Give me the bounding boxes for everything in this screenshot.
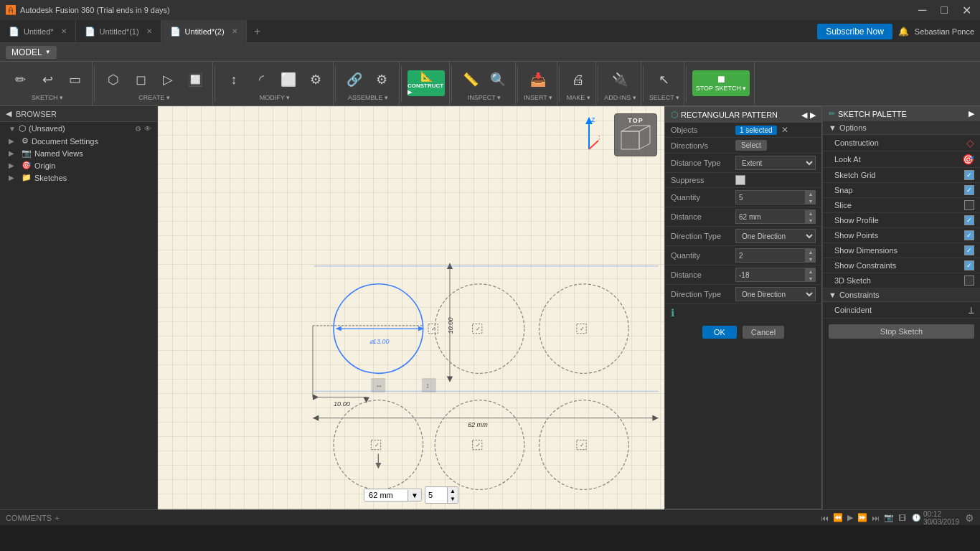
settings-icon[interactable]: ⚙ <box>135 125 141 133</box>
dist1-input[interactable] <box>735 209 806 224</box>
qty2-spinner: ▲ ▼ <box>806 248 816 263</box>
tab-1[interactable]: 📄 Untitled* ✕ <box>0 20 76 43</box>
dist1-down-btn[interactable]: ▼ <box>806 217 816 224</box>
qty2-down-btn[interactable]: ▼ <box>806 255 816 263</box>
move-handle[interactable]: ↕ <box>422 378 436 392</box>
create-hole-btn[interactable]: 🔲 <box>182 67 208 93</box>
slice-checkbox[interactable] <box>964 200 974 210</box>
direction-type2-select[interactable]: One Direction Symmetric <box>735 287 816 301</box>
tab-1-close[interactable]: ✕ <box>61 27 67 35</box>
play-next-btn[interactable]: ⏩ <box>857 513 867 522</box>
expand-icon[interactable]: ▶ <box>810 110 816 120</box>
close-btn[interactable]: ✕ <box>959 4 974 17</box>
measure-btn[interactable]: 📏 <box>458 67 484 93</box>
add-comment-btn[interactable]: + <box>55 514 59 522</box>
lookat-icon[interactable]: 🎯 <box>962 154 974 165</box>
stop-sketch-palette-btn[interactable]: Stop Sketch <box>829 324 974 339</box>
browser-item-sketches[interactable]: ▶ 📁 Sketches <box>0 171 157 184</box>
selected-badge[interactable]: 1 selected <box>735 126 777 135</box>
subscribe-btn[interactable]: Subscribe Now <box>817 24 892 39</box>
create-extrude-btn[interactable]: ▷ <box>155 67 181 93</box>
constraints-show-checkbox[interactable]: ✓ <box>964 260 974 270</box>
notification-icon[interactable]: 🔔 <box>898 27 909 37</box>
ok-button[interactable]: OK <box>702 326 737 339</box>
play-prev-btn[interactable]: ⏪ <box>833 513 843 522</box>
distance-input[interactable] <box>364 489 407 501</box>
qty1-up-btn[interactable]: ▲ <box>806 190 816 197</box>
dimensions-checkbox[interactable]: ✓ <box>964 245 974 255</box>
inspect-btn[interactable]: 🔍 <box>485 67 511 93</box>
sketch-bottom-toolbar: ▼ ▲ ▼ <box>364 486 458 504</box>
tab-3-close[interactable]: ✕ <box>232 27 237 35</box>
viewport-cube[interactable]: TOP <box>614 113 657 156</box>
move-handle2[interactable]: ↔ <box>371 378 385 392</box>
distance-type-select[interactable]: Extent Spacing <box>735 156 816 170</box>
fillet-btn[interactable]: ◜ <box>248 67 274 93</box>
qty-input[interactable] <box>425 489 447 501</box>
browser-item-views[interactable]: ▶ 📷 Named Views <box>0 147 157 159</box>
grid-checkbox[interactable]: ✓ <box>964 170 974 180</box>
canvas-area[interactable]: 10.00 10.00 62 mm ⌀13.00 ✓ <box>158 106 664 509</box>
offset-plane-btn[interactable]: 📐 CONSTRUCT ▶ <box>407 70 445 96</box>
svg-rect-44 <box>621 131 639 149</box>
shell-btn[interactable]: ⬜ <box>275 67 301 93</box>
maximize-btn[interactable]: □ <box>938 4 951 17</box>
assemble-btn[interactable]: 🔗 <box>341 67 367 93</box>
timeline-marker[interactable]: 🎞 <box>898 514 906 522</box>
cam-icon[interactable]: 📷 <box>884 513 894 522</box>
joint-btn[interactable]: ⚙ <box>369 67 395 93</box>
rect-sketch-btn[interactable]: ▭ <box>62 67 88 93</box>
qty-down-btn[interactable]: ▼ <box>447 495 458 503</box>
tab-2[interactable]: 📄 Untitled*(1) ✕ <box>76 20 161 43</box>
cancel-button[interactable]: Cancel <box>743 326 784 339</box>
browser-item-doc[interactable]: ▶ ⚙ Document Settings <box>0 135 157 147</box>
options-collapse-icon[interactable]: ▼ <box>829 123 837 132</box>
model-selector[interactable]: MODEL ▼ <box>6 46 57 59</box>
palette-expand-btn[interactable]: ▶ <box>969 109 974 118</box>
insert-btn[interactable]: 📥 <box>525 67 551 93</box>
create-cyl-btn[interactable]: ◻ <box>128 67 154 93</box>
suppress-checkbox[interactable]: ✓ <box>735 175 745 185</box>
select-btn[interactable]: ↖ <box>651 67 677 93</box>
distance-dropdown-btn[interactable]: ▼ <box>407 490 421 501</box>
profile-checkbox[interactable]: ✓ <box>964 215 974 225</box>
qty1-down-btn[interactable]: ▼ <box>806 197 816 204</box>
play-end-btn[interactable]: ⏭ <box>872 514 880 522</box>
qty2-up-btn[interactable]: ▲ <box>806 248 816 255</box>
minimize-btn[interactable]: ─ <box>915 4 929 17</box>
select-direction-btn[interactable]: Select <box>735 140 767 151</box>
3d-sketch-checkbox[interactable] <box>964 276 974 286</box>
collapse-icon[interactable]: ◀ <box>801 110 807 120</box>
points-checkbox[interactable]: ✓ <box>964 230 974 240</box>
qty1-input[interactable] <box>735 190 806 204</box>
settings-btn[interactable]: ⚙ <box>965 512 974 524</box>
finish-sketch-btn[interactable]: ↩ <box>34 67 60 93</box>
press-pull-btn[interactable]: ↕ <box>221 67 247 93</box>
stop-sketch-toolbar-btn[interactable]: ⏹ STOP SKETCH ▾ <box>692 70 750 96</box>
qty-up-btn[interactable]: ▲ <box>447 487 458 495</box>
tab-3[interactable]: 📄 Untitled*(2) ✕ <box>161 20 247 43</box>
create-box-btn[interactable]: ⬡ <box>100 67 126 93</box>
constraints-collapse-icon[interactable]: ▼ <box>829 291 837 299</box>
browser-item-origin[interactable]: ▶ 🎯 Origin <box>0 159 157 171</box>
play-btn[interactable]: ▶ <box>847 513 853 522</box>
dist2-down-btn[interactable]: ▼ <box>806 275 816 282</box>
addins-btn[interactable]: 🔌 <box>607 67 633 93</box>
qty2-input[interactable] <box>735 248 806 263</box>
snap-checkbox[interactable]: ✓ <box>964 185 974 195</box>
make-btn[interactable]: 🖨 <box>565 67 591 93</box>
construction-icon[interactable]: ◇ <box>966 137 974 149</box>
dist2-up-btn[interactable]: ▲ <box>806 268 816 275</box>
tab-2-close[interactable]: ✕ <box>146 27 152 35</box>
clear-selection-btn[interactable]: ✕ <box>781 125 788 135</box>
dist1-up-btn[interactable]: ▲ <box>806 209 816 217</box>
browser-item-root[interactable]: ▼ ⬡ (Unsaved) ⚙ 👁 <box>0 122 157 135</box>
combine-btn[interactable]: ⚙ <box>303 67 329 93</box>
sketch-create-btn[interactable]: ✏ <box>7 67 33 93</box>
play-start-btn[interactable]: ⏮ <box>821 514 829 522</box>
browser-expand-icon[interactable]: ◀ <box>6 109 11 118</box>
visibility-icon[interactable]: 👁 <box>144 125 151 133</box>
direction-type1-select[interactable]: One Direction Symmetric <box>735 229 816 243</box>
dist2-input[interactable] <box>735 268 806 282</box>
new-tab-btn[interactable]: + <box>247 25 268 38</box>
